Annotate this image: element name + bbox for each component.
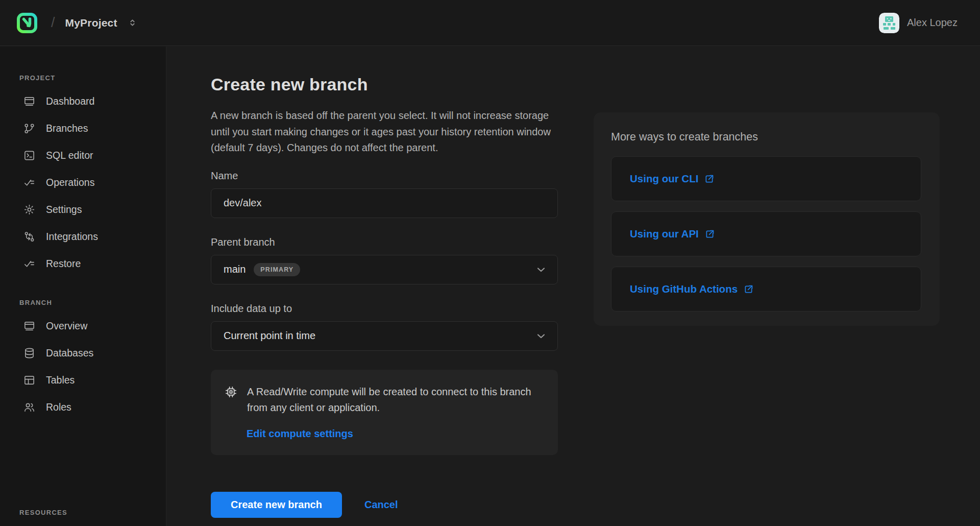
dashboard-icon: [23, 95, 36, 108]
workflow-arrows-icon: [23, 231, 36, 243]
database-icon: [23, 347, 36, 360]
sidebar-item-overview[interactable]: Overview: [0, 313, 166, 340]
table-icon: [23, 374, 36, 387]
chevron-down-icon: [535, 264, 547, 276]
include-data-label: Include data up to: [211, 303, 558, 315]
project-name: MyProject: [65, 17, 117, 29]
cancel-link[interactable]: Cancel: [364, 499, 398, 511]
compute-note-text: A Read/Write compute will be created to …: [247, 384, 543, 416]
cli-link-card[interactable]: Using our CLI: [611, 156, 921, 201]
gear-icon: [23, 204, 36, 216]
sidebar-item-label: Restore: [46, 258, 81, 270]
sidebar-item-label: Roles: [46, 401, 71, 413]
sidebar-item-roles[interactable]: Roles: [0, 394, 166, 421]
compute-note-box: A Read/Write compute will be created to …: [211, 370, 558, 455]
sidebar-item-label: Integrations: [46, 231, 98, 243]
neon-logo-icon: [15, 11, 39, 35]
git-branch-icon: [23, 123, 36, 135]
include-data-select[interactable]: Current point in time: [211, 321, 558, 351]
primary-badge: PRIMARY: [254, 263, 300, 276]
neon-logo[interactable]: [15, 11, 39, 35]
users-icon: [23, 401, 36, 414]
include-data-value: Current point in time: [224, 330, 315, 342]
sidebar-item-label: Databases: [46, 347, 93, 359]
sidebar-item-restore[interactable]: Restore: [0, 250, 166, 277]
dashboard-icon: [23, 320, 36, 332]
list-check-icon: [23, 177, 36, 189]
using-api-link[interactable]: Using our API: [630, 228, 715, 240]
list-check-icon: [23, 258, 36, 270]
topbar: / MyProject Alex Lopez: [0, 0, 980, 46]
using-github-actions-link[interactable]: Using GitHub Actions: [630, 283, 754, 295]
sidebar-item-dashboard[interactable]: Dashboard: [0, 88, 166, 115]
section-label-branch: BRANCH: [19, 299, 166, 306]
sidebar: PROJECT Dashboard Branches SQL editor Op…: [0, 46, 166, 526]
create-new-branch-button[interactable]: Create new branch: [211, 492, 342, 518]
breadcrumb-separator: /: [51, 15, 55, 31]
section-label-project: PROJECT: [19, 74, 166, 82]
terminal-square-icon: [23, 150, 36, 162]
sidebar-item-integrations[interactable]: Integrations: [0, 223, 166, 250]
parent-branch-select[interactable]: main PRIMARY: [211, 255, 558, 284]
form-actions: Create new branch Cancel: [211, 492, 558, 518]
using-github-actions-link-label: Using GitHub Actions: [630, 283, 738, 295]
chevrons-up-down-icon: [128, 18, 137, 28]
user-menu[interactable]: Alex Lopez: [879, 13, 958, 33]
user-name: Alex Lopez: [907, 17, 958, 29]
external-link-icon: [704, 174, 715, 184]
using-api-link-label: Using our API: [630, 228, 699, 240]
page-description: A new branch is based off the parent you…: [211, 108, 558, 156]
github-actions-link-card[interactable]: Using GitHub Actions: [611, 267, 921, 312]
sidebar-item-branches[interactable]: Branches: [0, 115, 166, 142]
more-ways-title: More ways to create branches: [611, 131, 921, 144]
sidebar-item-label: SQL editor: [46, 150, 93, 161]
sidebar-item-label: Dashboard: [46, 95, 94, 107]
sidebar-item-settings[interactable]: Settings: [0, 196, 166, 223]
more-ways-card: More ways to create branches Using our C…: [594, 112, 940, 326]
sidebar-item-sql-editor[interactable]: SQL editor: [0, 142, 166, 169]
using-cli-link[interactable]: Using our CLI: [630, 173, 715, 185]
sidebar-section-branch: BRANCH Overview Databases Tables Roles: [0, 299, 166, 421]
sidebar-item-tables[interactable]: Tables: [0, 367, 166, 394]
cpu-chip-icon: [224, 385, 238, 416]
sidebar-item-operations[interactable]: Operations: [0, 169, 166, 196]
sidebar-item-label: Branches: [46, 123, 88, 134]
avatar: [879, 13, 899, 33]
sidebar-section-project: PROJECT Dashboard Branches SQL editor Op…: [0, 74, 166, 277]
api-link-card[interactable]: Using our API: [611, 211, 921, 256]
external-link-icon: [704, 229, 715, 240]
parent-branch-value: main: [224, 264, 246, 275]
external-link-icon: [743, 284, 754, 295]
sidebar-item-databases[interactable]: Databases: [0, 340, 166, 367]
edit-compute-settings-link[interactable]: Edit compute settings: [247, 428, 353, 440]
name-label: Name: [211, 170, 558, 182]
section-label-resources: RESOURCES: [19, 509, 67, 516]
using-cli-link-label: Using our CLI: [630, 173, 698, 185]
sidebar-item-label: Operations: [46, 177, 94, 188]
parent-branch-label: Parent branch: [211, 236, 558, 248]
sidebar-item-label: Overview: [46, 320, 87, 332]
chevron-down-icon: [535, 330, 547, 342]
sidebar-item-label: Tables: [46, 374, 75, 386]
page-title: Create new branch: [211, 75, 558, 94]
sidebar-item-label: Settings: [46, 204, 82, 216]
project-switcher[interactable]: MyProject: [65, 17, 137, 29]
branch-name-input[interactable]: [211, 188, 558, 218]
main-content: Create new branch A new branch is based …: [167, 46, 980, 526]
create-branch-form: Create new branch A new branch is based …: [211, 75, 558, 518]
